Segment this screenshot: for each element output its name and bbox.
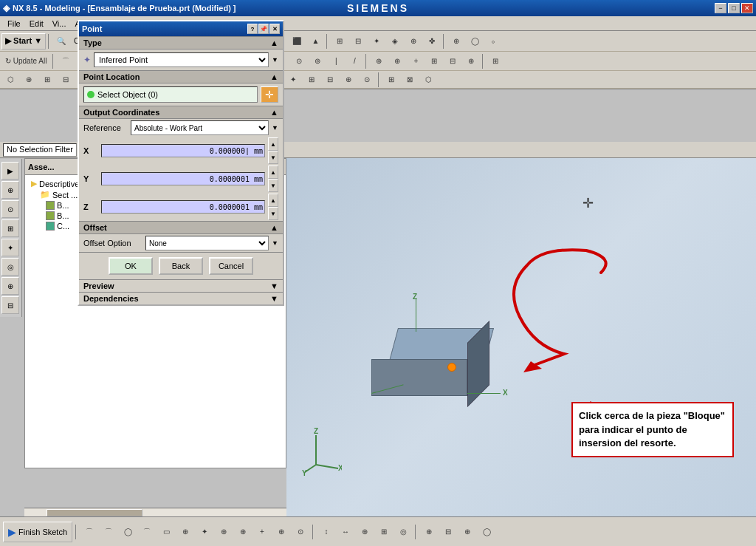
nav-checkbox-3[interactable] [46,222,55,231]
bottom-btn-9[interactable]: ⊕ [234,524,252,540]
menu-view[interactable]: Vi... [48,18,71,30]
point-snap-btn[interactable]: ✛ [261,86,278,103]
tb2-btn-1[interactable]: ⌒ [57,53,75,69]
type-dropdown-arrow[interactable]: ▼ [272,56,278,64]
toolbar-btn-15[interactable]: ⊕ [405,33,422,50]
side-btn-4[interactable]: ⊞ [1,219,19,237]
toolbar-btn-16[interactable]: ✤ [423,33,441,50]
ok-button[interactable]: OK [109,257,153,275]
bottom-btn-6[interactable]: ⊕ [176,524,194,540]
side-btn-6[interactable]: ◎ [1,258,19,276]
y-input[interactable] [101,172,265,185]
bottom-btn-19[interactable]: ⊟ [439,524,457,540]
y-spin-up[interactable]: ▲ [268,165,278,179]
bottom-btn-16[interactable]: ⊞ [375,524,393,540]
start-button[interactable]: ▶ Start ▼ [1,33,46,50]
tb3-btn-23[interactable]: ⬡ [419,72,437,88]
side-btn-7[interactable]: ⊕ [1,277,19,295]
tb3-btn-2[interactable]: ⊕ [20,72,38,88]
side-btn-5[interactable]: ✦ [1,239,19,256]
horizontal-scrollbar[interactable] [24,508,286,516]
type-section-header[interactable]: Type ▲ [79,36,283,50]
bottom-btn-17[interactable]: ◎ [394,524,412,540]
toolbar-btn-13[interactable]: ✦ [368,33,385,50]
scrollbar-thumb[interactable] [47,509,142,516]
tb2-btn-19[interactable]: ⊟ [444,53,461,69]
bottom-btn-21[interactable]: ◯ [478,524,495,540]
dependencies-section[interactable]: Dependencies ▼ [79,292,283,304]
finish-sketch-button[interactable]: ▶ Finish Sketch [3,522,72,542]
select-object-btn[interactable]: Select Object (0) [83,86,258,103]
y-spin-down[interactable]: ▼ [268,179,278,192]
tb3-btn-4[interactable]: ⊟ [57,72,75,88]
close-button[interactable]: ✕ [741,3,753,13]
tb3-btn-21[interactable]: ⊞ [382,72,400,88]
tb2-btn-11[interactable]: ⊙ [290,53,308,69]
toolbar-btn-12[interactable]: ⊟ [349,33,367,50]
bottom-btn-2[interactable]: ⌒ [100,524,117,540]
bottom-btn-5[interactable]: ▭ [157,524,175,540]
bottom-btn-11[interactable]: ⊕ [272,524,290,540]
toolbar-btn-9[interactable]: ⬛ [288,33,306,50]
output-coords-header[interactable]: Output Coordinates ▲ [79,106,283,119]
viewport[interactable]: ✛ Z X Click cerca de la pieza "Bloque" p… [286,158,756,516]
toolbar-btn-11[interactable]: ⊞ [331,33,348,50]
tb2-btn-12[interactable]: ⊚ [309,53,326,69]
reference-select[interactable]: Absolute - Work Part [131,120,269,135]
z-spin-up[interactable]: ▲ [268,194,278,207]
side-btn-3[interactable]: ⊙ [1,200,19,218]
bottom-btn-15[interactable]: ⊕ [356,524,374,540]
toolbar-btn-18[interactable]: ◯ [466,33,484,50]
tb2-btn-18[interactable]: ⊞ [425,53,443,69]
minimize-button[interactable]: − [715,3,726,13]
bottom-btn-18[interactable]: ⊕ [420,524,438,540]
bottom-btn-10[interactable]: + [253,524,271,540]
tb3-btn-17[interactable]: ⊞ [303,72,320,88]
tb3-btn-1[interactable]: ⬡ [1,72,19,88]
update-all-btn[interactable]: ↻ Update All [1,53,50,69]
maximize-button[interactable]: □ [728,3,740,13]
bottom-btn-12[interactable]: ⊙ [292,524,309,540]
selection-filter[interactable]: No Selection Filter [3,143,77,157]
point-location-header[interactable]: Point Location ▲ [79,70,283,83]
bottom-btn-1[interactable]: ⌒ [80,524,98,540]
dialog-help-btn[interactable]: ? [247,24,258,34]
preview-section[interactable]: Preview ▼ [79,279,283,292]
side-btn-2[interactable]: ⊕ [1,181,19,199]
side-btn-1[interactable]: ▶ [1,162,19,180]
side-btn-8[interactable]: ⊟ [1,296,19,314]
tb3-btn-3[interactable]: ⊞ [38,72,56,88]
tb2-btn-21[interactable]: ⊞ [487,53,504,69]
bottom-btn-13[interactable]: ↕ [317,524,335,540]
toolbar-btn-10[interactable]: ▲ [306,33,324,50]
cancel-button[interactable]: Cancel [209,257,253,275]
offset-option-select[interactable]: None [145,236,269,250]
tb3-btn-22[interactable]: ⊠ [401,72,419,88]
menu-edit[interactable]: Edit [25,18,48,30]
reference-dropdown-arrow[interactable]: ▼ [272,124,278,132]
tb3-btn-16[interactable]: ✦ [284,72,302,88]
x-input[interactable] [101,144,265,157]
dialog-close-btn[interactable]: ✕ [269,24,280,34]
offset-section-header[interactable]: Offset ▲ [79,221,283,234]
tb2-btn-17[interactable]: + [407,53,425,69]
bottom-btn-14[interactable]: ↔ [337,524,354,540]
tb3-btn-20[interactable]: ⊙ [358,72,376,88]
toolbar-btn-19[interactable]: ⬦ [484,33,502,50]
command-finder[interactable]: 🔍 [52,33,70,50]
nav-checkbox-2[interactable] [46,211,55,220]
nav-checkbox-1[interactable] [46,201,55,210]
menu-file[interactable]: File [3,18,25,30]
z-input[interactable] [101,200,265,214]
bottom-btn-7[interactable]: ✦ [196,524,213,540]
type-select[interactable]: Inferred Point [94,52,269,67]
bottom-btn-4[interactable]: ⌒ [138,524,156,540]
z-spin-down[interactable]: ▼ [268,207,278,220]
tb3-btn-18[interactable]: ⊟ [321,72,339,88]
offset-dropdown-arrow[interactable]: ▼ [272,239,278,247]
toolbar-btn-17[interactable]: ⊕ [447,33,465,50]
bottom-btn-20[interactable]: ⊕ [458,524,476,540]
tb2-btn-14[interactable]: / [346,53,363,69]
dialog-pin-btn[interactable]: 📌 [258,24,269,34]
x-spin-up[interactable]: ▲ [268,137,278,151]
